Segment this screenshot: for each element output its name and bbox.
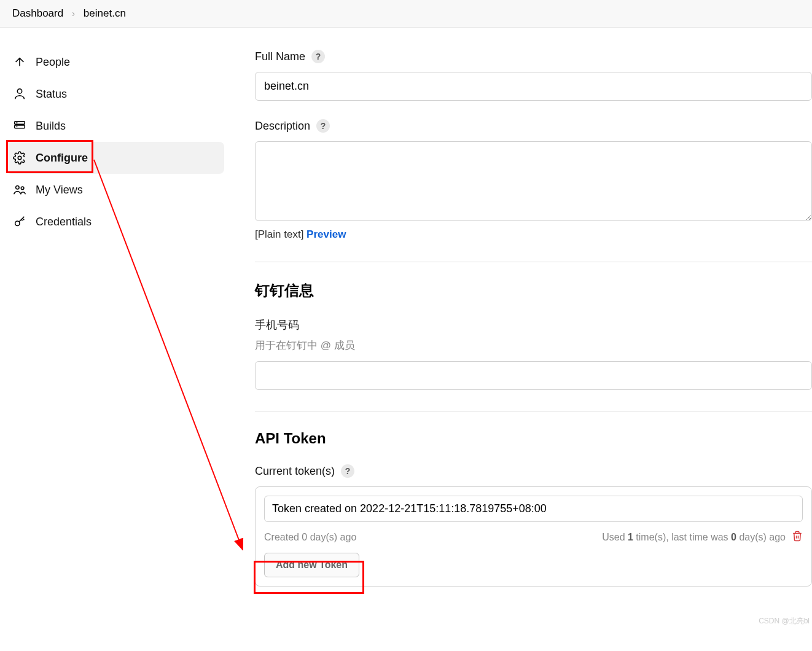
sidebar-item-label: Status (36, 88, 67, 101)
full-name-field: Full Name ? (255, 50, 812, 101)
people-icon (12, 182, 27, 197)
sidebar-item-myviews[interactable]: My Views (6, 174, 224, 206)
stack-icon (12, 119, 27, 133)
sidebar-item-configure[interactable]: Configure (6, 142, 224, 174)
svg-rect-1 (15, 122, 25, 125)
full-name-input[interactable] (255, 72, 812, 101)
dingding-section: 钉钉信息 手机号码 用于在钉钉中 @ 成员 (255, 281, 812, 390)
plain-text-label: [Plain text] (255, 228, 303, 240)
add-new-token-button[interactable]: Add new Token (264, 553, 359, 577)
token-created-text: Created 0 day(s) ago (264, 532, 356, 543)
sidebar-item-label: Configure (36, 152, 88, 165)
api-token-section: API Token Current token(s) ? Created 0 d… (255, 430, 812, 587)
gear-icon (12, 150, 27, 165)
breadcrumb: Dashboard › beinet.cn (0, 0, 812, 28)
trash-icon[interactable] (792, 531, 803, 544)
svg-point-5 (18, 156, 21, 160)
description-input[interactable] (255, 141, 812, 221)
help-icon[interactable]: ? (311, 50, 325, 63)
sidebar-item-credentials[interactable]: Credentials (6, 206, 224, 238)
sidebar-item-status[interactable]: Status (6, 78, 224, 110)
help-icon[interactable]: ? (316, 119, 330, 133)
phone-desc: 用于在钉钉中 @ 成员 (255, 338, 812, 353)
svg-point-7 (21, 187, 24, 190)
dingding-title: 钉钉信息 (255, 281, 812, 300)
sidebar-item-label: My Views (36, 184, 83, 197)
description-field: Description ? [Plain text] Preview (255, 119, 812, 241)
svg-point-0 (17, 89, 21, 93)
token-box: Created 0 day(s) ago Used 1 time(s), las… (255, 486, 812, 587)
main-content: Full Name ? Description ? [Plain text] P… (230, 28, 812, 617)
arrow-up-icon (12, 55, 27, 69)
sidebar-item-label: People (36, 56, 70, 69)
phone-label: 手机号码 (255, 318, 812, 332)
sidebar-item-people[interactable]: People (6, 46, 224, 78)
full-name-label: Full Name (255, 50, 305, 63)
token-name-input[interactable] (264, 496, 803, 522)
divider (255, 411, 812, 411)
description-label: Description (255, 120, 310, 133)
key-icon (12, 214, 27, 229)
breadcrumb-dashboard[interactable]: Dashboard (12, 7, 63, 20)
sidebar: People Status Builds Configure My Views (0, 28, 230, 617)
divider (255, 262, 812, 262)
api-token-title: API Token (255, 430, 812, 447)
token-used-text: Used 1 time(s), last time was 0 day(s) a… (602, 531, 803, 544)
current-tokens-label: Current token(s) (255, 465, 335, 478)
preview-link[interactable]: Preview (306, 228, 346, 240)
breadcrumb-user[interactable]: beinet.cn (84, 7, 126, 20)
sidebar-item-label: Builds (36, 120, 66, 133)
sidebar-item-builds[interactable]: Builds (6, 110, 224, 142)
svg-point-8 (15, 221, 20, 225)
person-icon (12, 87, 27, 101)
svg-point-6 (16, 186, 19, 190)
watermark: CSDN @北亮bl (759, 616, 810, 617)
svg-rect-2 (15, 125, 25, 128)
sidebar-item-label: Credentials (36, 216, 92, 228)
chevron-right-icon: › (72, 9, 75, 18)
help-icon[interactable]: ? (341, 464, 354, 478)
phone-input[interactable] (255, 361, 812, 390)
